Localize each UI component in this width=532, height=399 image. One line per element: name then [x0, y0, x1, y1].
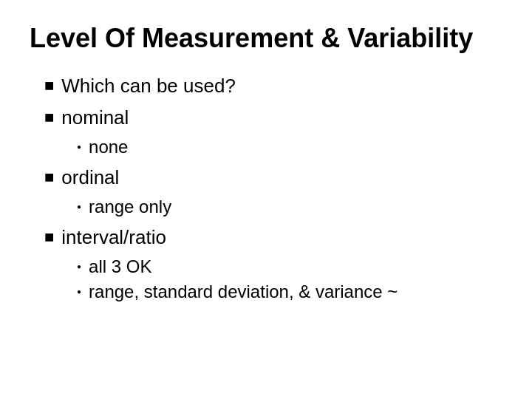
interval-sub-range-sd: ● range, standard deviation, & variance …	[77, 282, 502, 302]
nominal-sub-none: ● none	[77, 137, 502, 157]
intro-question-text: Which can be used?	[61, 75, 236, 98]
bullet-nominal: ■ nominal	[44, 106, 502, 129]
bullet-marker-range: ●	[77, 202, 81, 211]
nominal-sub-none-text: none	[89, 137, 128, 157]
bullet-intro: ■ Which can be used?	[44, 75, 502, 98]
bullet-ordinal: ■ ordinal	[44, 166, 502, 189]
bullet-interval: ■ interval/ratio	[44, 226, 502, 249]
nominal-label: nominal	[61, 106, 129, 129]
interval-sub-all3: ● all 3 OK	[77, 256, 502, 277]
bullet-marker-all3: ●	[77, 262, 81, 270]
interval-label: interval/ratio	[61, 226, 166, 249]
interval-sublist: ● all 3 OK ● range, standard deviation, …	[44, 256, 502, 302]
bullet-marker-range-sd: ●	[77, 287, 81, 296]
interval-sub-all3-text: all 3 OK	[89, 256, 151, 277]
slide-title: Level Of Measurement & Variability	[30, 22, 502, 54]
ordinal-label: ordinal	[61, 166, 119, 189]
slide: Level Of Measurement & Variability ■ Whi…	[0, 0, 532, 399]
bullet-marker-ordinal: ■	[44, 168, 54, 187]
ordinal-sublist: ● range only	[44, 197, 502, 217]
ordinal-sub-range-text: range only	[89, 197, 171, 217]
bullet-marker-none: ●	[77, 143, 81, 151]
bullet-marker-interval: ■	[44, 228, 54, 247]
ordinal-sub-range: ● range only	[77, 197, 502, 217]
bullet-marker-nominal: ■	[44, 108, 54, 127]
content-area: ■ Which can be used? ■ nominal ● none ■ …	[30, 75, 502, 302]
interval-sub-range-sd-text: range, standard deviation, & variance ~	[89, 282, 398, 302]
bullet-marker-intro: ■	[44, 76, 54, 95]
bullet-group-ordinal: ■ ordinal ● range only	[44, 166, 502, 217]
nominal-sublist: ● none	[44, 137, 502, 157]
bullet-group-interval: ■ interval/ratio ● all 3 OK ● range, sta…	[44, 226, 502, 302]
bullet-group-nominal: ■ nominal ● none	[44, 106, 502, 157]
